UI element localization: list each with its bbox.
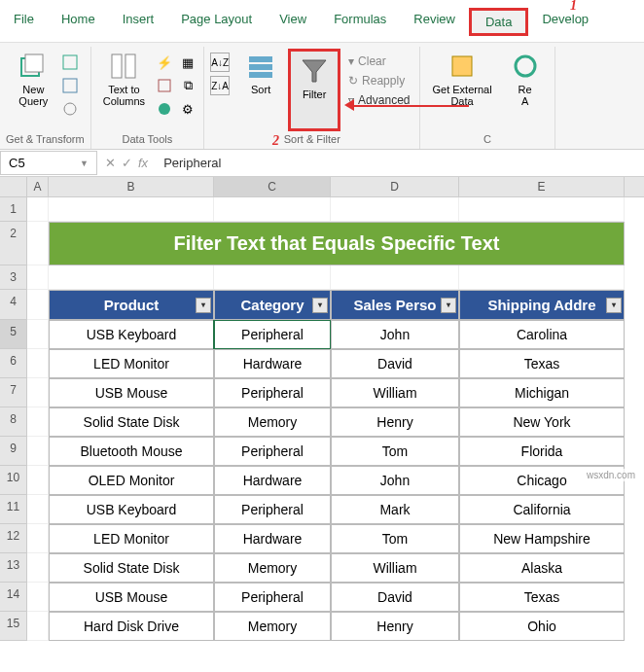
table-cell[interactable]: OLED Monitor — [49, 466, 214, 495]
row-header-15[interactable]: 15 — [0, 612, 27, 641]
table-cell[interactable]: Hard Disk Drive — [49, 612, 214, 641]
row-header-7[interactable]: 7 — [0, 378, 27, 407]
table-cell[interactable]: Hardware — [214, 466, 331, 495]
col-header-e[interactable]: E — [459, 177, 625, 196]
table-cell[interactable]: California — [459, 495, 625, 524]
get-external-data-button[interactable]: Get External Data — [426, 49, 497, 131]
table-cell[interactable]: Tom — [331, 437, 459, 466]
table-cell[interactable]: USB Mouse — [49, 378, 214, 407]
remove-duplicates-icon[interactable] — [155, 76, 174, 95]
row-header-13[interactable]: 13 — [0, 553, 27, 583]
text-to-columns-button[interactable]: Text to Columns — [97, 49, 151, 131]
table-cell[interactable]: New Hampshire — [459, 524, 625, 553]
cell[interactable] — [331, 197, 459, 222]
filter-dropdown-icon[interactable]: ▾ — [196, 298, 211, 313]
tab-page-layout[interactable]: Page Layout — [167, 8, 266, 36]
tab-home[interactable]: Home — [48, 8, 109, 36]
table-cell[interactable]: New York — [459, 407, 625, 437]
tab-insert[interactable]: Insert — [109, 8, 168, 36]
table-cell[interactable]: Alaska — [459, 553, 625, 583]
table-header[interactable]: Category▾ — [214, 290, 331, 320]
data-validation-icon[interactable] — [155, 99, 174, 119]
tab-formulas[interactable]: Formulas — [320, 8, 400, 36]
tab-data[interactable]: Data — [469, 8, 528, 36]
fx-icon[interactable]: fx — [138, 156, 148, 170]
table-cell[interactable]: William — [331, 378, 459, 407]
tab-view[interactable]: View — [266, 8, 320, 36]
row-header-5[interactable]: 5 — [0, 320, 27, 349]
cell[interactable] — [459, 197, 625, 222]
sort-za-icon[interactable]: Z↓A — [210, 76, 230, 95]
table-cell[interactable]: Texas — [459, 349, 625, 378]
filter-button[interactable]: Filter — [288, 49, 340, 131]
col-header-d[interactable]: D — [331, 177, 459, 196]
table-cell[interactable]: USB Keyboard — [49, 495, 214, 524]
col-header-b[interactable]: B — [49, 177, 214, 196]
sort-az-icon[interactable]: A↓Z — [210, 53, 230, 72]
enter-icon[interactable]: ✓ — [122, 156, 132, 170]
clear-button[interactable]: ▾Clear — [344, 53, 413, 70]
reapply-button[interactable]: ↻Reapply — [344, 72, 413, 89]
table-header[interactable]: Sales Perso▾ — [331, 290, 459, 320]
new-query-button[interactable]: New Query — [10, 49, 56, 131]
table-cell[interactable]: Texas — [459, 583, 625, 612]
tab-developer[interactable]: Develop — [528, 8, 602, 36]
col-header-a[interactable]: A — [27, 177, 49, 196]
table-cell[interactable]: Henry — [331, 407, 459, 437]
table-cell[interactable]: Memory — [214, 553, 331, 583]
from-table-icon[interactable] — [60, 76, 80, 95]
row-header-9[interactable]: 9 — [0, 437, 27, 466]
col-header-c[interactable]: C — [214, 177, 331, 196]
namebox-dropdown-icon[interactable]: ▼ — [80, 159, 89, 168]
table-header[interactable]: Shipping Addre▾ — [459, 290, 625, 320]
table-cell[interactable]: Carolina — [459, 320, 625, 349]
row-header-6[interactable]: 6 — [0, 349, 27, 378]
filter-dropdown-icon[interactable]: ▾ — [312, 298, 328, 313]
table-cell[interactable]: Hardware — [214, 349, 331, 378]
select-all-corner[interactable] — [0, 177, 27, 196]
cell[interactable] — [49, 197, 214, 222]
filter-dropdown-icon[interactable]: ▾ — [606, 298, 622, 313]
cancel-icon[interactable]: ✕ — [105, 156, 116, 170]
row-header-1[interactable]: 1 — [0, 197, 27, 222]
table-cell[interactable]: LED Monitor — [49, 349, 214, 378]
table-cell[interactable]: Peripheral — [214, 583, 331, 612]
table-cell[interactable]: John — [331, 320, 459, 349]
table-cell[interactable]: Florida — [459, 437, 625, 466]
table-cell[interactable]: John — [331, 466, 459, 495]
refresh-all-button[interactable]: Re A — [502, 49, 549, 131]
tab-file[interactable]: File — [0, 8, 48, 36]
flash-fill-icon[interactable]: ⚡ — [155, 53, 174, 72]
table-cell[interactable]: Peripheral — [214, 495, 331, 524]
row-header-4[interactable]: 4 — [0, 290, 27, 320]
tab-review[interactable]: Review — [400, 8, 469, 36]
table-cell[interactable]: Peripheral — [214, 378, 331, 407]
row-header-10[interactable]: 10 — [0, 466, 27, 495]
table-cell[interactable]: Henry — [331, 612, 459, 641]
sort-button[interactable]: Sort — [237, 49, 284, 131]
name-box[interactable]: C5▼ — [0, 151, 97, 175]
table-cell[interactable]: Solid State Disk — [49, 407, 214, 437]
table-cell[interactable]: USB Mouse — [49, 583, 214, 612]
table-cell[interactable]: David — [331, 583, 459, 612]
row-header-2[interactable]: 2 — [0, 222, 27, 265]
table-cell[interactable]: Solid State Disk — [49, 553, 214, 583]
manage-model-icon[interactable]: ⚙ — [178, 99, 197, 119]
table-cell[interactable]: USB Keyboard — [49, 320, 214, 349]
table-cell[interactable]: Ohio — [459, 612, 625, 641]
table-cell[interactable]: Memory — [214, 612, 331, 641]
table-cell[interactable]: Bluetooth Mouse — [49, 437, 214, 466]
cell-a1[interactable] — [27, 197, 49, 222]
row-header-11[interactable]: 11 — [0, 495, 27, 524]
table-cell[interactable]: William — [331, 553, 459, 583]
table-cell[interactable]: Mark — [331, 495, 459, 524]
table-cell[interactable]: Peripheral — [214, 320, 331, 349]
cell[interactable] — [214, 197, 331, 222]
table-header[interactable]: Product▾ — [49, 290, 214, 320]
row-header-14[interactable]: 14 — [0, 583, 27, 612]
table-cell[interactable]: Tom — [331, 524, 459, 553]
table-cell[interactable]: David — [331, 349, 459, 378]
row-header-8[interactable]: 8 — [0, 407, 27, 437]
relationships-icon[interactable]: ⧉ — [178, 76, 197, 95]
table-cell[interactable]: LED Monitor — [49, 524, 214, 553]
